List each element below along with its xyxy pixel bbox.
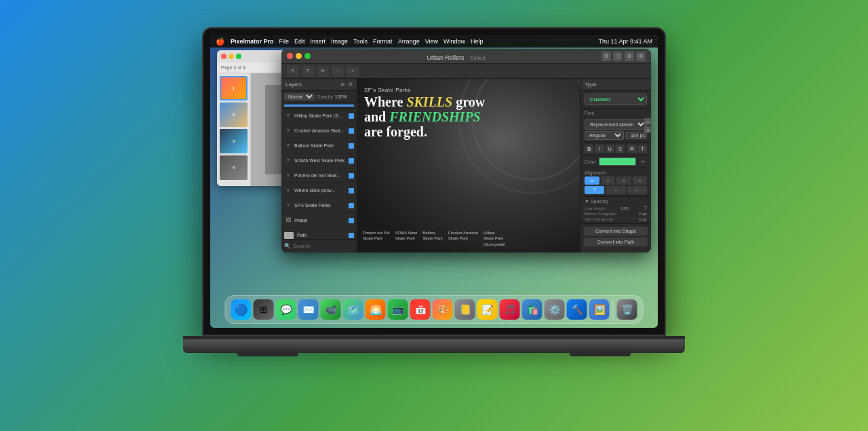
menu-tools[interactable]: Tools (353, 38, 368, 45)
pix-close[interactable] (287, 53, 293, 59)
color-swatch[interactable] (599, 157, 636, 166)
menu-insert[interactable]: Insert (311, 38, 326, 45)
type-style-select[interactable]: Custom (585, 94, 647, 105)
bold-button[interactable]: B (585, 145, 593, 153)
pdf-thumb-4[interactable]: 4 (220, 155, 248, 180)
spacing-chevron[interactable]: ▼ (585, 199, 589, 204)
minimize-dot[interactable] (229, 54, 234, 59)
dock-mail[interactable]: ✉️ (298, 299, 319, 320)
macbook-foot-right (570, 352, 631, 356)
valign-mid-btn[interactable]: ⊥ (606, 186, 625, 194)
side-icon-2[interactable]: ⊕ (644, 126, 651, 133)
layers-options-icon[interactable]: ⊕ (340, 81, 345, 88)
text-settings-icon[interactable]: ⊞ (627, 145, 636, 153)
dock-meet[interactable]: 📺 (388, 299, 408, 320)
dock-contacts[interactable]: 📒 (455, 299, 475, 320)
text-more-icon[interactable]: T (638, 145, 647, 153)
toolbar-icon-1[interactable]: ⊞ (601, 52, 611, 61)
layer-item-2[interactable]: T Balboa Skate Park (281, 138, 357, 153)
pdf-thumb-1[interactable]: 1 (220, 76, 248, 100)
close-dot[interactable] (221, 54, 226, 59)
layer-item-5[interactable]: T Where skills grow... (281, 183, 357, 198)
after-paragraph-row: After Paragraph 0 px (585, 217, 647, 221)
line-height-row: Line Height 0.95 T (585, 206, 647, 210)
italic-button[interactable]: I (595, 145, 604, 153)
convert-path-button[interactable]: Convert into Path (584, 238, 648, 246)
convert-shape-button[interactable]: Convert into Shape (584, 227, 648, 236)
align-center-btn[interactable]: ≡ (601, 176, 616, 185)
pix-minimize[interactable] (296, 53, 302, 59)
valign-bot-btn[interactable]: ⊥ (627, 186, 647, 194)
dock-xcode[interactable]: 🔨 (567, 299, 587, 320)
blend-mode-select[interactable]: Normal (284, 93, 315, 100)
align-right-btn[interactable]: ≡ (616, 176, 631, 185)
dock-preview[interactable]: 🖼️ (589, 299, 610, 320)
parks-row: Potrero del SolSkate Park SOMA WestSkate… (363, 230, 580, 247)
toolbar-icon-3[interactable]: ⊕ (625, 52, 634, 61)
headline-line3: are forged. (364, 124, 485, 139)
dock-trash[interactable]: 🗑️ (617, 299, 637, 320)
menu-help[interactable]: Help (471, 38, 484, 45)
layer-item-0[interactable]: T Hilltop Skate Park (S... (281, 109, 357, 124)
toolbar-tool-3[interactable]: ✏ (317, 66, 329, 77)
layer-item-1[interactable]: T Crocker Amazon Skat... (281, 124, 357, 138)
font-weight-select[interactable]: Regular (585, 131, 624, 140)
align-justify-btn[interactable]: ≡ (633, 176, 648, 185)
align-left-btn[interactable]: ≡ (585, 176, 599, 185)
pix-expand[interactable] (304, 53, 311, 59)
dock-maps[interactable]: 🗺️ (343, 299, 363, 320)
dock-photos[interactable]: 🌅 (366, 299, 386, 320)
dock-messages[interactable]: 💬 (276, 299, 296, 320)
layers-settings-icon[interactable]: ⚙ (348, 81, 353, 88)
opacity-slider-row (281, 103, 357, 109)
dock-facetime[interactable]: 📹 (321, 299, 341, 320)
menu-format[interactable]: Format (373, 38, 393, 45)
font-name-select[interactable]: Replacement Marker (585, 119, 647, 130)
side-icon-1[interactable]: ✏ (644, 118, 651, 125)
layers-search: 🔍 ⊞ (281, 239, 357, 252)
layers-list: T Hilltop Skate Park (S... T Crocker Ama… (281, 109, 357, 239)
color-edit-icon[interactable]: ✏ (639, 157, 647, 166)
underline-button[interactable]: U (606, 145, 614, 153)
canvas-area: SF's Skate Parks Where SKILLS grow and F… (357, 79, 580, 252)
line-height-text-icon[interactable]: T (644, 206, 647, 210)
opacity-slider[interactable] (284, 105, 354, 107)
dock-notes[interactable]: 📝 (477, 299, 498, 320)
layer-item-3[interactable]: T SOMA West Skate Park (281, 153, 357, 168)
toolbar-icon-4[interactable]: ⊗ (636, 52, 646, 61)
toolbar-tool-2[interactable]: T (302, 66, 314, 77)
layer-item-8[interactable]: Path (281, 228, 357, 239)
toolbar-icon-2[interactable]: ◻ (613, 52, 623, 61)
layer-item-6[interactable]: T SF's Skate Parks (281, 198, 357, 213)
dock-calendar[interactable]: 📅 (410, 299, 431, 320)
layer-item-4[interactable]: T Potrero del Sol Skat... (281, 168, 357, 183)
menu-app[interactable]: Pixelmator Pro (231, 38, 274, 45)
color-label: Color (585, 160, 596, 164)
toolbar-zoom-out[interactable]: − (332, 66, 344, 77)
pixelmator-window[interactable]: Urban Rollers Edited ⊞ ◻ ⊕ ⊗ ↖ (281, 49, 651, 252)
valign-top-btn[interactable]: ⊤ (585, 186, 604, 194)
layer-item-7[interactable]: 🖼 Image (281, 213, 357, 228)
toolbar-tool-1[interactable]: ↖ (287, 66, 299, 77)
dock-appstore[interactable]: 🛍️ (522, 299, 542, 320)
expand-dot[interactable] (236, 54, 241, 59)
menu-arrange[interactable]: Arrange (398, 38, 420, 45)
menu-edit[interactable]: Edit (294, 38, 305, 45)
menu-view[interactable]: View (425, 38, 438, 45)
menu-window[interactable]: Window (443, 38, 465, 45)
dock-pixelmator[interactable]: 🎨 (433, 299, 453, 320)
dock-launchpad[interactable]: ⊞ (254, 299, 274, 320)
pdf-thumb-2[interactable]: 2 (220, 102, 248, 127)
headline-friendships: FRIENDSHIPS (389, 109, 481, 124)
dock-music[interactable]: 🎵 (500, 299, 520, 320)
after-para-label: After Paragraph (585, 217, 613, 221)
layers-search-input[interactable] (293, 243, 357, 249)
menu-image[interactable]: Image (331, 38, 348, 45)
pdf-thumb-3[interactable]: 3 (220, 129, 248, 153)
convert-section: Convert into Shape Convert into Path (580, 224, 651, 249)
strikethrough-button[interactable]: S (616, 145, 625, 153)
dock-finder[interactable]: 🔵 (231, 299, 252, 320)
toolbar-zoom-in[interactable]: + (347, 66, 359, 77)
dock-settings[interactable]: ⚙️ (545, 299, 565, 320)
menu-file[interactable]: File (279, 38, 290, 45)
